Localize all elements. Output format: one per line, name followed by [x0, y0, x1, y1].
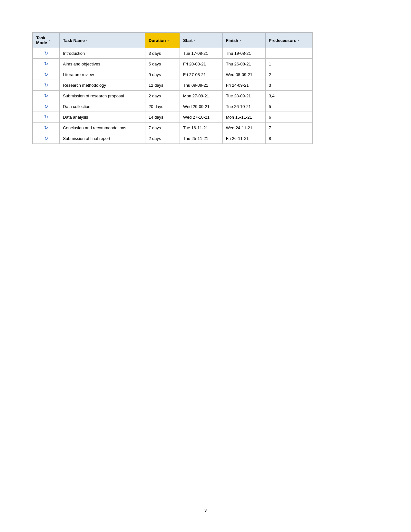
- task-mode-icon: ↻: [44, 125, 48, 130]
- finish-cell: Tue 26-10-21: [222, 101, 265, 112]
- table-row: ↻Aims and objectives5 daysFri 20-08-21Th…: [33, 59, 312, 69]
- task-mode-cell: ↻: [33, 69, 60, 80]
- task-mode-icon: ↻: [44, 61, 48, 66]
- task-mode-icon: ↻: [44, 72, 48, 77]
- col-label-task-name: Task Name: [63, 38, 85, 43]
- col-label-task-mode: TaskMode: [36, 35, 47, 45]
- table-row: ↻Data analysis14 daysWed 27-10-21Mon 15-…: [33, 112, 312, 123]
- duration-cell: 2 days: [145, 133, 180, 144]
- duration-cell: 14 days: [145, 112, 180, 123]
- start-cell: Fri 27-08-21: [180, 69, 222, 80]
- duration-cell: 20 days: [145, 101, 180, 112]
- gantt-table-wrapper: TaskMode ▾ Task Name ▾ Duration ▾: [32, 32, 313, 144]
- finish-cell: Thu 19-08-21: [222, 48, 265, 59]
- start-cell: Wed 29-09-21: [180, 101, 222, 112]
- task-name-cell: Submission of research proposal: [60, 91, 145, 101]
- finish-cell: Wed 08-09-21: [222, 69, 265, 80]
- duration-cell: 9 days: [145, 69, 180, 80]
- start-dropdown-icon[interactable]: ▾: [194, 39, 197, 42]
- gantt-table: TaskMode ▾ Task Name ▾ Duration ▾: [33, 33, 312, 144]
- table-row: ↻Submission of research proposal2 daysMo…: [33, 91, 312, 101]
- task-name-cell: Introduction: [60, 48, 145, 59]
- col-header-task-name[interactable]: Task Name ▾: [60, 33, 145, 48]
- task-name-cell: Literature review: [60, 69, 145, 80]
- duration-dropdown-icon[interactable]: ▾: [167, 39, 171, 42]
- task-mode-cell: ↻: [33, 80, 60, 91]
- start-cell: Thu 09-09-21: [180, 80, 222, 91]
- task-mode-cell: ↻: [33, 133, 60, 144]
- duration-cell: 3 days: [145, 48, 180, 59]
- predecessors-cell: 3,4: [265, 91, 312, 101]
- task-mode-icon: ↻: [44, 83, 48, 88]
- duration-cell: 2 days: [145, 91, 180, 101]
- col-header-task-mode[interactable]: TaskMode ▾: [33, 33, 60, 48]
- col-header-duration[interactable]: Duration ▾: [145, 33, 180, 48]
- table-row: ↻Conclusion and recommendations7 daysTue…: [33, 123, 312, 133]
- predecessors-cell: 3: [265, 80, 312, 91]
- col-label-start: Start: [183, 38, 193, 43]
- start-cell: Tue 16-11-21: [180, 123, 222, 133]
- predecessors-cell: 2: [265, 69, 312, 80]
- start-cell: Mon 27-09-21: [180, 91, 222, 101]
- task-mode-dropdown-icon[interactable]: ▾: [48, 39, 52, 42]
- task-name-cell: Aims and objectives: [60, 59, 145, 69]
- finish-cell: Fri 24-09-21: [222, 80, 265, 91]
- predecessors-cell: [265, 48, 312, 59]
- task-name-cell: Submission of final report: [60, 133, 145, 144]
- page-container: TaskMode ▾ Task Name ▾ Duration ▾: [0, 0, 411, 171]
- task-mode-cell: ↻: [33, 101, 60, 112]
- predecessors-dropdown-icon[interactable]: ▾: [298, 39, 301, 42]
- finish-cell: Thu 26-08-21: [222, 59, 265, 69]
- duration-cell: 7 days: [145, 123, 180, 133]
- task-mode-icon: ↻: [44, 93, 48, 98]
- col-label-finish: Finish: [226, 38, 238, 43]
- page-number: 3: [204, 508, 207, 513]
- finish-cell: Fri 26-11-21: [222, 133, 265, 144]
- task-name-dropdown-icon[interactable]: ▾: [86, 39, 89, 42]
- table-row: ↻Introduction3 daysTue 17-08-21Thu 19-08…: [33, 48, 312, 59]
- predecessors-cell: 7: [265, 123, 312, 133]
- duration-cell: 12 days: [145, 80, 180, 91]
- col-header-predecessors[interactable]: Predecessors ▾: [265, 33, 312, 48]
- table-row: ↻Submission of final report2 daysThu 25-…: [33, 133, 312, 144]
- col-header-start[interactable]: Start ▾: [180, 33, 222, 48]
- table-body: ↻Introduction3 daysTue 17-08-21Thu 19-08…: [33, 48, 312, 144]
- duration-cell: 5 days: [145, 59, 180, 69]
- finish-cell: Tue 28-09-21: [222, 91, 265, 101]
- task-name-cell: Conclusion and recommendations: [60, 123, 145, 133]
- table-row: ↻Research methodology12 daysThu 09-09-21…: [33, 80, 312, 91]
- task-mode-cell: ↻: [33, 91, 60, 101]
- task-mode-icon: ↻: [44, 104, 48, 109]
- col-label-predecessors: Predecessors: [269, 38, 296, 43]
- col-label-duration: Duration: [149, 38, 166, 43]
- predecessors-cell: 8: [265, 133, 312, 144]
- predecessors-cell: 6: [265, 112, 312, 123]
- task-name-cell: Data collection: [60, 101, 145, 112]
- start-cell: Fri 20-08-21: [180, 59, 222, 69]
- finish-dropdown-icon[interactable]: ▾: [240, 39, 243, 42]
- task-mode-cell: ↻: [33, 123, 60, 133]
- task-mode-cell: ↻: [33, 59, 60, 69]
- start-cell: Tue 17-08-21: [180, 48, 222, 59]
- col-header-finish[interactable]: Finish ▾: [222, 33, 265, 48]
- table-row: ↻Literature review9 daysFri 27-08-21Wed …: [33, 69, 312, 80]
- finish-cell: Wed 24-11-21: [222, 123, 265, 133]
- table-row: ↻Data collection20 daysWed 29-09-21Tue 2…: [33, 101, 312, 112]
- task-name-cell: Data analysis: [60, 112, 145, 123]
- task-name-cell: Research methodology: [60, 80, 145, 91]
- table-header-row: TaskMode ▾ Task Name ▾ Duration ▾: [33, 33, 312, 48]
- task-mode-icon: ↻: [44, 114, 48, 120]
- task-mode-cell: ↻: [33, 112, 60, 123]
- start-cell: Thu 25-11-21: [180, 133, 222, 144]
- predecessors-cell: 1: [265, 59, 312, 69]
- task-mode-icon: ↻: [44, 51, 48, 56]
- finish-cell: Mon 15-11-21: [222, 112, 265, 123]
- predecessors-cell: 5: [265, 101, 312, 112]
- start-cell: Wed 27-10-21: [180, 112, 222, 123]
- task-mode-cell: ↻: [33, 48, 60, 59]
- task-mode-icon: ↻: [44, 136, 48, 141]
